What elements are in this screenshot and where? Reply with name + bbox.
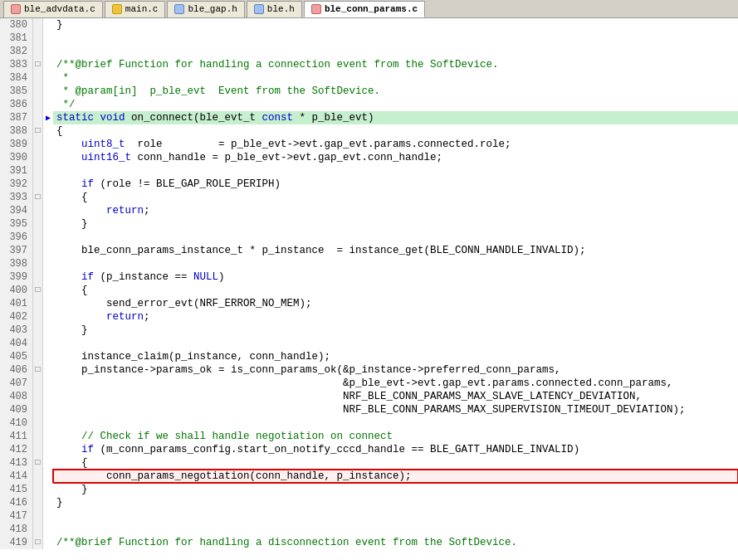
arrow-indicator	[43, 204, 53, 217]
line-number: 413	[0, 456, 33, 470]
fold-icon	[33, 509, 43, 523]
line-row: 409 NRF_BLE_CONN_PARAMS_MAX_SUPERVISION_…	[0, 403, 738, 416]
fold-icon[interactable]: □	[33, 191, 43, 204]
fold-icon	[33, 138, 43, 151]
line-number: 392	[0, 178, 33, 191]
fold-icon[interactable]: □	[33, 456, 43, 470]
line-number: 419	[0, 536, 33, 549]
fold-icon	[33, 164, 43, 178]
line-row: 403 }	[0, 324, 738, 337]
tab-label-ble_gap: ble_gap.h	[188, 4, 237, 14]
code-line	[53, 337, 738, 350]
tab-label-ble_conn_params: ble_conn_params.c	[325, 4, 418, 14]
line-row: 400□ {	[0, 284, 738, 297]
arrow-indicator	[43, 98, 53, 111]
line-row: 411 // Check if we shall handle negotiat…	[0, 430, 738, 443]
line-number: 391	[0, 164, 33, 178]
fold-icon	[33, 178, 43, 191]
arrow-indicator	[43, 523, 53, 536]
fold-icon[interactable]: □	[33, 124, 43, 138]
line-row: 404	[0, 337, 738, 350]
code-line: if (role != BLE_GAP_ROLE_PERIPH)	[53, 178, 738, 191]
fold-icon	[33, 231, 43, 244]
line-number: 403	[0, 324, 33, 337]
line-number: 398	[0, 257, 33, 270]
code-line	[53, 45, 738, 58]
code-line: }	[53, 217, 738, 231]
line-row: 397 ble_conn_params_instance_t * p_insta…	[0, 244, 738, 257]
arrow-indicator	[43, 284, 53, 297]
code-line: {	[53, 456, 738, 470]
line-number: 396	[0, 231, 33, 244]
tab-label-main: main.c	[125, 4, 159, 14]
code-line: NRF_BLE_CONN_PARAMS_MAX_SUPERVISION_TIME…	[53, 403, 738, 416]
code-line: conn_params_negotiation(conn_handle, p_i…	[53, 470, 738, 483]
line-row: 388□{	[0, 124, 738, 138]
line-row: 393□ {	[0, 191, 738, 204]
arrow-indicator	[43, 244, 53, 257]
fold-icon	[33, 98, 43, 111]
arrow-indicator	[43, 324, 53, 337]
fold-icon	[33, 470, 43, 483]
code-line: }	[53, 483, 738, 496]
tab-label-ble: ble.h	[267, 4, 295, 14]
tab-main[interactable]: main.c	[105, 1, 166, 17]
line-number: 386	[0, 98, 33, 111]
fold-icon[interactable]: □	[33, 363, 43, 377]
fold-icon	[33, 310, 43, 324]
line-row: 413□ {	[0, 456, 738, 470]
fold-icon	[33, 377, 43, 390]
line-row: 391	[0, 164, 738, 178]
code-line: }	[53, 18, 738, 32]
fold-icon[interactable]: □	[33, 58, 43, 71]
fold-icon	[33, 390, 43, 403]
line-row: 405 instance_claim(p_instance, conn_hand…	[0, 350, 738, 363]
code-line: NRF_BLE_CONN_PARAMS_MAX_SLAVE_LATENCY_DE…	[53, 390, 738, 403]
arrow-indicator	[43, 363, 53, 377]
code-line	[53, 416, 738, 430]
arrow-indicator	[43, 178, 53, 191]
line-number: 385	[0, 85, 33, 98]
fold-icon	[33, 32, 43, 45]
fold-icon	[33, 297, 43, 310]
arrow-indicator	[43, 456, 53, 470]
line-row: 402 return;	[0, 310, 738, 324]
tab-icon-ble	[254, 4, 264, 14]
line-row: 387▶static void on_connect(ble_evt_t con…	[0, 111, 738, 124]
line-number: 406	[0, 363, 33, 377]
tab-label-ble_advdata: ble_advdata.c	[24, 4, 95, 14]
arrow-indicator	[43, 124, 53, 138]
fold-icon	[33, 111, 43, 124]
line-number: 393	[0, 191, 33, 204]
line-row: 401 send_error_evt(NRF_ERROR_NO_MEM);	[0, 297, 738, 310]
fold-icon	[33, 244, 43, 257]
fold-icon	[33, 257, 43, 270]
line-number: 387	[0, 111, 33, 124]
fold-icon	[33, 324, 43, 337]
code-line: uint8_t role = p_ble_evt->evt.gap_evt.pa…	[53, 138, 738, 151]
line-row: 392 if (role != BLE_GAP_ROLE_PERIPH)	[0, 178, 738, 191]
line-number: 404	[0, 337, 33, 350]
code-line: static void on_connect(ble_evt_t const *…	[53, 111, 738, 124]
line-row: 389 uint8_t role = p_ble_evt->evt.gap_ev…	[0, 138, 738, 151]
arrow-indicator	[43, 310, 53, 324]
arrow-indicator	[43, 231, 53, 244]
fold-icon	[33, 416, 43, 430]
arrow-indicator	[43, 151, 53, 164]
tab-ble_advdata[interactable]: ble_advdata.c	[3, 1, 103, 17]
fold-icon[interactable]: □	[33, 284, 43, 297]
arrow-indicator	[43, 85, 53, 98]
line-row: 419□/**@brief Function for handling a di…	[0, 536, 738, 549]
line-row: 399 if (p_instance == NULL)	[0, 270, 738, 284]
fold-icon	[33, 151, 43, 164]
tab-ble_gap[interactable]: ble_gap.h	[167, 1, 244, 17]
fold-icon[interactable]: □	[33, 536, 43, 549]
arrow-indicator	[43, 337, 53, 350]
line-number: 407	[0, 377, 33, 390]
code-line	[53, 164, 738, 178]
tab-ble_conn_params[interactable]: ble_conn_params.c	[304, 1, 425, 17]
line-row: 418	[0, 523, 738, 536]
code-line: ble_conn_params_instance_t * p_instance …	[53, 244, 738, 257]
tab-ble[interactable]: ble.h	[247, 1, 302, 17]
tab-icon-ble_gap	[174, 4, 184, 14]
